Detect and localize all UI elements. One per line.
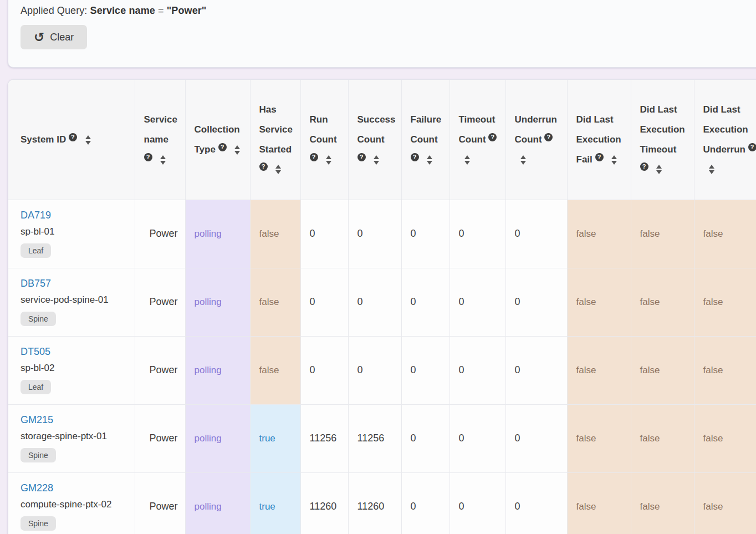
help-icon[interactable]: ? (595, 153, 604, 161)
table-row: DB757 service-pod-spine-01 Spine Power p… (8, 268, 756, 336)
success-count-cell: 0 (348, 268, 401, 336)
run-count-cell: 0 (300, 268, 348, 336)
system-id-link[interactable]: GM215 (21, 414, 53, 426)
sort-up-icon (520, 155, 526, 159)
column-header-underrun-count[interactable]: Underrun Count ? (505, 80, 567, 200)
sort-up-icon (709, 165, 714, 169)
table-row: DT505 sp-bl-02 Leaf Power polling false … (8, 336, 756, 404)
sort-icon[interactable] (374, 155, 379, 165)
run-count-cell: 11256 (300, 404, 348, 472)
column-header-success-count[interactable]: Success Count ? (348, 80, 401, 200)
sort-icon[interactable] (326, 155, 331, 165)
did-last-execution-timeout-cell: false (631, 404, 694, 472)
help-icon[interactable]: ? (310, 153, 318, 161)
collection-type-cell: polling (185, 200, 250, 268)
sort-down-icon (326, 161, 331, 165)
help-icon[interactable]: ? (69, 133, 77, 141)
sort-icon[interactable] (464, 155, 470, 165)
timeout-count-cell: 0 (449, 472, 505, 534)
sort-icon[interactable] (520, 155, 526, 165)
system-id-link[interactable]: GM228 (21, 482, 53, 494)
services-table-card: System ID ? Service name ? Collection Ty… (8, 79, 756, 534)
sort-icon[interactable] (275, 165, 281, 174)
sort-down-icon (464, 161, 470, 165)
sort-down-icon (85, 141, 91, 145)
sort-icon[interactable] (611, 155, 617, 165)
sort-down-icon (275, 170, 281, 174)
column-header-did-last-execution-timeout[interactable]: Did Last Execution Timeout ? (631, 80, 694, 200)
run-count-cell: 0 (300, 336, 348, 404)
system-id-link[interactable]: DB757 (21, 278, 51, 289)
sort-icon[interactable] (234, 145, 240, 155)
sort-icon[interactable] (160, 155, 166, 165)
help-icon[interactable]: ? (144, 153, 152, 161)
failure-count-cell: 0 (401, 336, 449, 404)
help-icon[interactable]: ? (488, 133, 497, 141)
sort-down-icon (709, 170, 714, 174)
column-header-timeout-count[interactable]: Timeout Count ? (449, 80, 505, 200)
sort-up-icon (611, 155, 617, 159)
table-body: DA719 sp-bl-01 Leaf Power polling false … (8, 200, 756, 534)
column-header-label: Failure Count (411, 114, 442, 145)
help-icon[interactable]: ? (357, 153, 366, 161)
system-id-cell: DB757 service-pod-spine-01 Spine (8, 268, 135, 336)
has-service-started-cell: true (250, 404, 300, 472)
did-last-execution-underrun-cell: false (694, 336, 756, 404)
did-last-execution-timeout-cell: false (631, 336, 694, 404)
help-icon[interactable]: ? (640, 162, 648, 171)
clear-button[interactable]: ↺ Clear (21, 25, 87, 49)
sort-icon[interactable] (427, 155, 432, 165)
column-header-label: Has Service Started (259, 104, 293, 154)
sort-down-icon (374, 161, 379, 165)
role-badge: Spine (21, 516, 56, 531)
hostname-text: compute-spine-ptx-02 (21, 499, 128, 510)
sort-up-icon (326, 155, 331, 159)
underrun-count-cell: 0 (505, 336, 567, 404)
role-badge: Leaf (21, 243, 51, 258)
sort-down-icon (427, 161, 432, 165)
help-icon[interactable]: ? (218, 143, 227, 151)
sort-up-icon (85, 135, 91, 139)
sort-icon[interactable] (656, 165, 662, 174)
column-header-service-name[interactable]: Service name ? (135, 80, 185, 200)
sort-up-icon (374, 155, 379, 159)
column-header-run-count[interactable]: Run Count ? (300, 80, 348, 200)
table-row: GM215 storage-spine-ptx-01 Spine Power p… (8, 404, 756, 472)
help-icon[interactable]: ? (411, 153, 419, 161)
role-badge: Spine (21, 448, 56, 462)
column-header-did-last-execution-fail[interactable]: Did Last Execution Fail ? (567, 80, 631, 200)
column-header-system-id[interactable]: System ID ? (8, 80, 135, 200)
help-icon[interactable]: ? (544, 133, 553, 141)
column-header-label: Did Last Execution Timeout (640, 104, 685, 154)
undo-icon: ↺ (34, 31, 44, 44)
has-service-started-cell: false (250, 336, 300, 404)
column-header-label: Success Count (357, 114, 396, 145)
system-id-link[interactable]: DA719 (21, 210, 51, 221)
timeout-count-cell: 0 (449, 268, 505, 336)
help-icon[interactable]: ? (748, 143, 756, 151)
has-service-started-cell: false (250, 200, 300, 268)
did-last-execution-fail-cell: false (567, 268, 631, 336)
collection-type-cell: polling (185, 336, 250, 404)
services-table: System ID ? Service name ? Collection Ty… (8, 80, 756, 534)
hostname-text: storage-spine-ptx-01 (21, 431, 128, 442)
column-header-collection-type[interactable]: Collection Type ? (185, 80, 250, 200)
column-header-failure-count[interactable]: Failure Count ? (401, 80, 449, 200)
sort-up-icon (656, 165, 662, 169)
sort-icon[interactable] (85, 135, 91, 145)
run-count-cell: 11260 (300, 472, 348, 534)
system-id-link[interactable]: DT505 (21, 346, 50, 358)
sort-icon[interactable] (709, 165, 714, 174)
role-badge: Leaf (21, 380, 51, 394)
column-header-label: Run Count (310, 114, 337, 145)
sort-up-icon (160, 155, 166, 159)
collection-type-cell: polling (185, 472, 250, 534)
column-header-did-last-execution-underrun[interactable]: Did Last Execution Underrun ? (694, 80, 756, 200)
hostname-text: service-pod-spine-01 (21, 294, 128, 306)
help-icon[interactable]: ? (259, 162, 268, 171)
column-header-has-service-started[interactable]: Has Service Started ? (250, 80, 300, 200)
service-name-cell: Power (135, 200, 185, 268)
failure-count-cell: 0 (401, 268, 449, 336)
success-count-cell: 11260 (348, 472, 401, 534)
did-last-execution-underrun-cell: false (694, 268, 756, 336)
